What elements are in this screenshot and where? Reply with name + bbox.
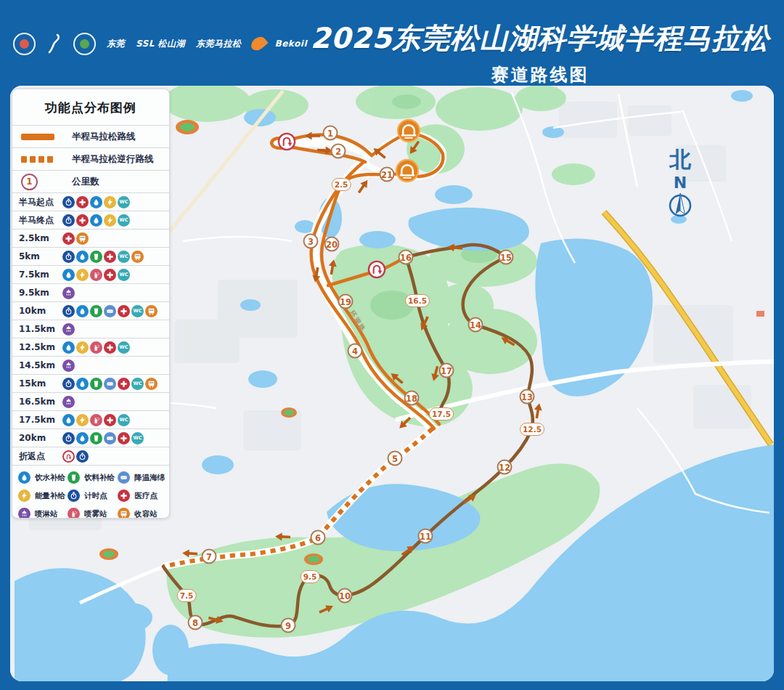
energy-icon [76,269,89,281]
legend-km-icons: WC [62,196,131,208]
legend-km-label: 折返点 [19,450,62,463]
songshan-lake-ssl-logo: SSL 松山湖 [136,38,185,50]
legend-km-symbol-row: 1 公里数 [12,170,169,192]
logo-label: 东莞 [107,38,125,50]
cup-icon [90,251,102,263]
timer-icon [62,251,75,263]
energy-icon [76,341,89,354]
page-title: 2025东莞松山湖科学城半程马拉松 [303,19,777,58]
compass-icon [666,192,694,222]
legend-km-icons [62,232,90,245]
cup-icon [90,305,102,317]
timer-icon [62,378,75,390]
energy-icon [104,196,116,208]
cross-icon [118,305,130,317]
bus-icon [145,305,158,317]
drop-icon [62,269,75,281]
sponsor-logo-row: 东莞SSL 松山湖东莞马拉松Bekoil [13,29,307,58]
legend-key-label: 降温海绵 [134,473,165,483]
legend-key-item: 计时点 [68,490,118,502]
legend-key-label: 喷雾站 [84,509,107,519]
energy-icon [104,214,116,227]
route-solid-label: 半程马拉松路线 [72,131,136,143]
route-solid-swatch [21,134,62,140]
shower-icon [62,287,75,299]
cross-icon [104,251,116,263]
cross-icon [118,490,130,502]
sponge-icon [104,378,116,390]
bus-icon [145,378,158,390]
legend-km-label: 半马终点 [19,214,62,227]
legend-title: 功能点分布图例 [12,100,169,116]
legend-key-item: 降温海绵 [118,471,166,484]
drop-icon [76,378,89,390]
north-n-label: N [658,174,702,192]
timer-icon [62,196,75,208]
legend-key-label: 喷淋站 [35,509,58,519]
shower-icon [62,360,75,372]
legend-km-row: 17.5kmWC [12,410,169,429]
legend-km-row: 5kmWC [12,247,169,265]
mist-icon [90,269,102,281]
legend-km-icons: WC [62,251,145,263]
legend-km-row: 15kmWC [12,374,169,392]
wc-icon: WC [118,414,130,426]
timer-icon [62,305,75,317]
dongguan-city-logo: 东莞 [107,38,125,50]
legend-km-row: 9.5km [12,283,169,301]
timer-icon [62,432,75,445]
title-block: 2025东莞松山湖科学城半程马拉松 赛道路线图 [303,19,777,86]
legend-km-label: 5km [19,251,62,261]
bekoil-logo: Bekoil [275,38,307,49]
legend-km-icons [62,287,76,299]
legend-km-label: 16.5km [19,397,62,407]
legend-km-icons: WC [62,305,159,317]
timer-icon [62,214,75,227]
legend-km-icons [62,323,76,336]
wc-icon: WC [118,341,130,354]
cross-icon [76,196,89,208]
legend-km-row: 折返点 [12,447,169,465]
timer-icon [76,450,89,463]
energy-icon [76,414,89,426]
km-symbol-label: 公里数 [72,176,99,188]
legend-key-label: 医疗点 [134,491,158,501]
cup-icon [68,471,80,484]
legend-km-row: 14.5km [12,356,169,374]
building-block [756,311,764,317]
wc-icon: WC [131,305,144,317]
legend-km-label: 11.5km [19,324,62,334]
bus-icon [131,251,144,263]
athletics-federation-logo [13,33,36,55]
legend-km-row: 10kmWC [12,301,169,320]
legend-km-icons: WC [62,214,131,227]
legend-route-solid-row: 半程马拉松路线 [12,125,169,147]
legend-key-label: 饮料补给 [84,473,115,483]
drop-icon [90,196,102,208]
route-dashed-swatch [21,156,62,163]
drop-icon [76,432,89,445]
sponge-icon [104,305,116,317]
runner-figure-logo [46,33,62,54]
legend-icon-key: 饮水补给饮料补给降温海绵能量补给计时点医疗点喷淋站喷雾站收容站WC卫生间折返点指… [12,465,169,519]
legend-km-icons: WC [62,432,145,445]
legend-km-label: 9.5km [19,288,62,298]
logo-label: SSL 松山湖 [136,38,185,50]
legend-km-row: 11.5km [12,320,169,338]
energy-icon [18,490,30,502]
wc-icon: WC [131,378,144,390]
legend-km-label: 17.5km [19,415,62,425]
north-cn-label: 北 [658,145,702,175]
legend-key-item: 喷雾站 [68,508,118,519]
legend-panel: 功能点分布图例 半程马拉松路线 半程马拉松逆行路线 1 公里数 半马起点WC半马… [12,89,170,519]
cross-icon [118,432,130,445]
legend-route-dashed-row: 半程马拉松逆行路线 [12,147,169,170]
cross-icon [104,341,116,354]
legend-km-icons: WC [62,414,131,426]
shower-icon [62,396,75,408]
legend-key-label: 能量补给 [35,491,65,501]
drop-icon [76,305,89,317]
legend-km-label: 12.5km [19,342,62,352]
km-circle-icon: 1 [21,174,38,190]
wc-icon: WC [131,432,144,445]
